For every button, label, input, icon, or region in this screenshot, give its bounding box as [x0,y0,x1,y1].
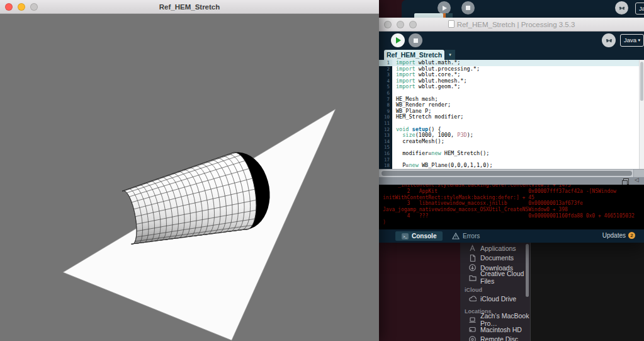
mode-selector[interactable]: Java ▾ [620,34,644,47]
butterfly-icon [605,37,613,45]
run-button[interactable] [391,33,405,47]
sidebar-item-label: Remote Disc [480,335,518,341]
sketch-canvas [0,14,379,341]
code-line: 18 P=new WB_Plane(0,0,0,1,1,0); [379,163,644,169]
code-editor[interactable]: 1import wblut.math.*;2import wblut.proce… [379,60,644,169]
butterfly-icon [618,4,626,12]
hdd-icon [468,325,477,333]
sidebar-item-label: Macintosh HD [480,326,522,333]
updates-badge: 2 [628,232,635,239]
sidebar-item-label: Applications [480,245,516,252]
tab-menu-button[interactable] [446,13,453,18]
tab-menu-button[interactable]: ▾ [445,50,455,60]
play-icon [443,6,447,11]
folder-icon [468,274,477,282]
finder-window: ApplicationsDocumentsDownloadsCreative C… [460,243,644,341]
sidebar-item-label: Creative Cloud Files [480,270,530,285]
mode-selector[interactable]: Ja [635,3,644,14]
finder-divider [530,243,531,341]
updates-link[interactable]: Updates 2 [602,232,635,239]
disc-icon [468,335,477,341]
screen: ApplicationsDocumentsDownloadsCreative C… [0,0,644,341]
sidebar-item-creative-cloud-files[interactable]: Creative Cloud Files [460,273,530,283]
ide-toolbar: Java ▾ [379,32,644,49]
sidebar-section-header: iCloud [460,286,530,294]
play-icon [396,37,401,43]
window-title: Ref_HEM_Stretch | Processing 3.5.3 [379,18,644,32]
document-icon [448,20,455,28]
download-icon [468,263,477,272]
tab-errors[interactable]: Errors [446,231,486,241]
sketch-titlebar[interactable]: Ref_HEM_Stretch [0,0,379,14]
sidebar-item-remote-disc[interactable]: Remote Disc [460,335,530,341]
scrollbar-thumb[interactable] [640,62,643,101]
finder-sidebar-scrollbar[interactable] [526,244,529,297]
sketch-window: Ref_HEM_Stretch [0,0,379,341]
console-panel[interactable]: _initContent:styleMask:backing:defer:con… [379,185,644,229]
ide-tabbar: Ref_HEM_Stretch ▾ [379,49,644,60]
sidebar-item-macintosh-hd[interactable]: Macintosh HD [460,325,530,335]
editor-vertical-scrollbar[interactable] [639,60,644,169]
sidebar-item-zach-s-macbook-pro-[interactable]: Zach’s MacBook Pro… [460,315,530,325]
debug-icon[interactable] [602,33,616,47]
message-strip: ◁ [379,177,644,185]
finder-sidebar-list: ApplicationsDocumentsDownloadsCreative C… [460,243,530,341]
processing-ide-window: Ref_HEM_Stretch | Processing 3.5.3 Java … [379,18,644,243]
console-icon: >_ [402,233,409,240]
sidebar-item-icloud-drive[interactable]: iCloud Drive [460,294,530,304]
stop-icon [414,38,418,43]
code-line: 14 createMesh(); [379,139,644,145]
stop-icon [466,6,470,10]
laptop-icon [468,316,477,324]
ide-footer: >_ Console Errors Updates 2 [379,229,644,243]
warning-icon [452,233,460,240]
desktop-wallpaper [379,0,404,19]
code-line: 16 modifier=new HEM_Stretch(); [379,151,644,157]
debug-icon[interactable] [615,1,628,14]
sidebar-item-label: Documents [480,254,514,262]
background-tab[interactable] [414,13,443,18]
code-line: 5import wblut.geom.*; [379,84,644,90]
stop-button[interactable] [461,1,475,14]
sidebar-item-documents[interactable]: Documents [460,253,530,263]
editor-lines: 1import wblut.math.*;2import wblut.proce… [379,60,644,169]
finder-sidebar: ApplicationsDocumentsDownloadsCreative C… [460,243,530,341]
collapse-console-icon[interactable]: ◁ [635,176,639,183]
tab-sketch[interactable]: Ref_HEM_Stretch [384,50,444,60]
tab-console[interactable]: >_ Console [395,231,443,241]
copy-icon[interactable] [623,178,629,185]
app-icon [468,244,477,252]
window-title: Ref_HEM_Stretch [0,0,379,14]
doc-icon [468,254,477,262]
cloud-icon [468,294,477,303]
background-ide-window: Ja [402,0,644,18]
scrollbar-thumb[interactable] [381,171,632,176]
code-line: 10HEM_Stretch modifier; [379,114,644,120]
console-output: _initContent:styleMask:backing:defer:con… [383,185,644,226]
stop-button[interactable] [409,33,422,47]
ide-titlebar[interactable]: Ref_HEM_Stretch | Processing 3.5.3 [379,18,644,32]
desktop-wallpaper [379,243,461,341]
sidebar-item-label: iCloud Drive [480,295,516,303]
chevron-down-icon: ▾ [638,38,641,42]
editor-horizontal-scrollbar[interactable] [379,169,644,177]
sidebar-item-applications[interactable]: Applications [460,243,530,253]
run-button[interactable] [438,1,451,14]
sidebar-item-label: Zach’s MacBook Pro… [480,312,530,327]
